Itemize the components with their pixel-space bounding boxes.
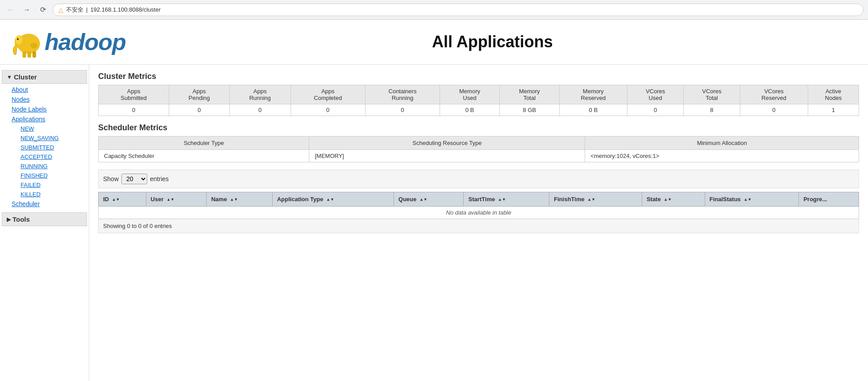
val-containers-running: 0: [365, 104, 440, 116]
sidebar: ▼ Cluster About Nodes Node Labels Applic…: [0, 65, 89, 381]
col-scheduling-resource-type: Scheduling Resource Type: [309, 137, 585, 150]
val-apps-submitted: 0: [99, 104, 169, 116]
col-apps-running: AppsRunning: [229, 85, 291, 104]
user-sort-icon[interactable]: ▲▼: [166, 198, 174, 202]
val-apps-running: 0: [229, 104, 291, 116]
val-memory-reserved: 0 B: [559, 104, 627, 116]
col-final-status: FinalStatus ▲▼: [705, 192, 799, 207]
state-sort-icon[interactable]: ▲▼: [664, 198, 672, 202]
scheduler-header-row: Scheduler Type Scheduling Resource Type …: [99, 137, 859, 150]
content-area: Cluster Metrics AppsSubmitted AppsPendin…: [89, 65, 868, 381]
col-memory-total: MemoryTotal: [499, 85, 559, 104]
tools-section-header[interactable]: ▶ Tools: [2, 212, 87, 226]
col-progress: Progre...: [799, 192, 859, 207]
security-warning-icon: △: [58, 6, 63, 13]
svg-rect-7: [33, 51, 36, 58]
sidebar-item-nodes[interactable]: Nodes: [9, 95, 89, 104]
sidebar-item-accepted[interactable]: ACCEPTED: [18, 152, 89, 162]
url-text: 192.168.1.100:8088/cluster: [90, 6, 161, 13]
hadoop-elephant-logo: [9, 24, 45, 60]
forward-button[interactable]: →: [21, 4, 33, 16]
sidebar-item-new-saving[interactable]: NEW_SAVING: [18, 133, 89, 143]
scheduler-data-row: Capacity Scheduler [MEMORY] <memory:1024…: [99, 150, 859, 162]
cluster-metrics-table: AppsSubmitted AppsPending AppsRunning Ap…: [98, 85, 859, 116]
page-header: hadoop All Applications: [0, 20, 868, 65]
sidebar-item-node-labels[interactable]: Node Labels: [9, 104, 89, 114]
sidebar-item-finished[interactable]: FINISHED: [18, 171, 89, 180]
col-start-time: StartTime ▲▼: [464, 192, 549, 207]
back-button[interactable]: ←: [4, 4, 17, 16]
name-sort-icon[interactable]: ▲▼: [230, 198, 238, 202]
sidebar-item-scheduler[interactable]: Scheduler: [9, 199, 89, 209]
address-bar[interactable]: △ 不安全 | 192.168.1.100:8088/cluster: [53, 4, 864, 16]
sidebar-item-about[interactable]: About: [9, 85, 89, 95]
cluster-metrics-title: Cluster Metrics: [98, 72, 859, 81]
svg-rect-5: [22, 51, 26, 58]
cluster-section-header[interactable]: ▼ Cluster: [2, 70, 87, 84]
col-vcores-used: VCoresUsed: [627, 85, 683, 104]
val-memory-total: 8 GB: [499, 104, 559, 116]
app-type-sort-icon[interactable]: ▲▼: [326, 198, 334, 202]
queue-sort-icon[interactable]: ▲▼: [419, 198, 428, 202]
tools-arrow-icon: ▶: [7, 216, 11, 223]
entries-label: entries: [150, 175, 169, 182]
val-minimum-allocation: <memory:1024, vCores:1>: [585, 150, 859, 162]
col-vcores-reserved: VCoresReserved: [740, 85, 808, 104]
tools-label: Tools: [12, 215, 30, 223]
svg-rect-6: [28, 51, 31, 58]
sidebar-item-running[interactable]: RUNNING: [18, 162, 89, 171]
application-sub-links: NEW NEW_SAVING SUBMITTED ACCEPTED RUNNIN…: [9, 124, 89, 199]
col-application-type: Application Type ▲▼: [272, 192, 394, 207]
sidebar-item-failed[interactable]: FAILED: [18, 180, 89, 190]
final-status-sort-icon[interactable]: ▲▼: [743, 198, 752, 202]
sidebar-item-submitted[interactable]: SUBMITTED: [18, 143, 89, 152]
browser-chrome: ← → ⟳ △ 不安全 | 192.168.1.100:8088/cluster: [0, 0, 868, 20]
logo-area: hadoop: [9, 24, 126, 60]
entries-select[interactable]: 10 20 25 50 100: [121, 174, 147, 184]
showing-entries-text: Showing 0 to 0 of 0 entries: [103, 223, 172, 229]
col-memory-reserved: MemoryReserved: [559, 85, 627, 104]
main-layout: ▼ Cluster About Nodes Node Labels Applic…: [0, 65, 868, 381]
sidebar-item-applications[interactable]: Applications: [9, 114, 89, 124]
no-data-row: No data available in table: [99, 207, 859, 219]
col-vcores-total: VCoresTotal: [684, 85, 740, 104]
col-name: Name ▲▼: [207, 192, 272, 207]
cluster-links: About Nodes Node Labels Applications NEW…: [0, 85, 89, 209]
metrics-data-row: 0 0 0 0 0 0 B 8 GB 0 B 0 8 0 1: [99, 104, 859, 116]
no-data-message: No data available in table: [99, 207, 859, 219]
id-sort-icon[interactable]: ▲▼: [112, 198, 120, 202]
scheduler-metrics-table: Scheduler Type Scheduling Resource Type …: [98, 136, 859, 162]
cluster-arrow-icon: ▼: [7, 74, 12, 80]
start-time-sort-icon[interactable]: ▲▼: [498, 198, 506, 202]
tools-section: ▶ Tools: [0, 212, 89, 226]
val-scheduler-type: Capacity Scheduler: [99, 150, 309, 162]
col-apps-submitted: AppsSubmitted: [99, 85, 169, 104]
val-vcores-total: 8: [684, 104, 740, 116]
show-label: Show: [103, 175, 119, 182]
col-scheduler-type: Scheduler Type: [99, 137, 309, 150]
page-title: All Applications: [126, 33, 859, 51]
col-minimum-allocation: Minimum Allocation: [585, 137, 859, 150]
col-memory-used: MemoryUsed: [440, 85, 500, 104]
col-user: User ▲▼: [146, 192, 207, 207]
col-id: ID ▲▼: [99, 192, 146, 207]
cluster-label: Cluster: [14, 73, 37, 81]
col-finish-time: FinishTime ▲▼: [549, 192, 642, 207]
val-scheduling-resource-type: [MEMORY]: [309, 150, 585, 162]
col-containers-running: ContainersRunning: [365, 85, 440, 104]
svg-point-2: [15, 35, 22, 45]
reload-button[interactable]: ⟳: [37, 4, 49, 16]
svg-point-4: [30, 43, 37, 49]
applications-table: ID ▲▼ User ▲▼ Name ▲▼ Application Type ▲…: [98, 192, 859, 219]
show-entries-bar: Show 10 20 25 50 100 entries: [98, 170, 859, 188]
val-apps-completed: 0: [291, 104, 365, 116]
finish-time-sort-icon[interactable]: ▲▼: [587, 198, 595, 202]
url-separator: |: [86, 6, 87, 13]
val-memory-used: 0 B: [440, 104, 500, 116]
sidebar-item-killed[interactable]: KILLED: [18, 190, 89, 199]
hadoop-logo-text: hadoop: [45, 29, 126, 55]
sidebar-item-new[interactable]: NEW: [18, 124, 89, 133]
col-queue: Queue ▲▼: [394, 192, 464, 207]
val-apps-pending: 0: [169, 104, 229, 116]
showing-entries-footer: Showing 0 to 0 of 0 entries: [98, 219, 859, 233]
